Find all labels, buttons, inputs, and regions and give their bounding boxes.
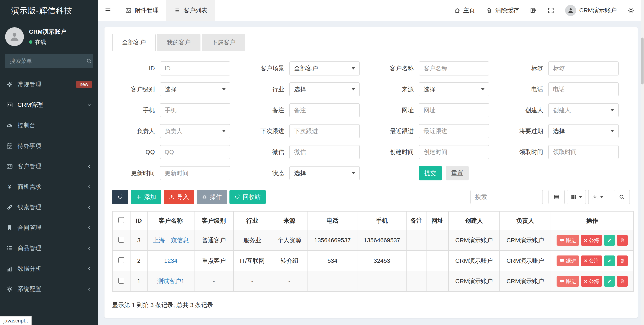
filter-select-status[interactable]: 选择 (289, 166, 360, 180)
filter-input-receive-time[interactable] (548, 145, 618, 159)
delete-button[interactable] (617, 276, 628, 286)
user-status: 在线 (29, 38, 66, 46)
filter-input-tag[interactable] (548, 62, 618, 76)
row-checkbox[interactable] (118, 237, 124, 243)
filter-label-level: 客户级别 (112, 85, 155, 94)
edit-button[interactable] (604, 276, 615, 286)
public-sea-button[interactable]: ×公海 (581, 276, 602, 286)
home-link[interactable]: 主页 (449, 0, 481, 21)
sidebar-item-todo[interactable]: 待办事项 (0, 136, 98, 156)
cell-remark (407, 230, 426, 250)
account-menu[interactable]: CRM演示账户 (560, 0, 622, 21)
filter-select-creator[interactable]: 创建人 (548, 103, 618, 117)
sidebar-search-button[interactable] (86, 54, 93, 68)
columns-button[interactable] (567, 190, 586, 204)
delete-button[interactable] (617, 235, 628, 246)
times-icon: × (584, 258, 587, 264)
filter-label-url: 网址 (371, 106, 414, 114)
sidebar-item-crm-manage[interactable]: CRM管理 (0, 95, 98, 115)
column-header: 客户名称 (147, 211, 194, 230)
sidebar-search-input[interactable] (5, 54, 86, 68)
filter-input-recent-follow[interactable] (419, 124, 489, 138)
customer-name-link[interactable]: 上海一窥信息 (153, 237, 189, 244)
filter-input-update-time[interactable] (160, 166, 230, 180)
filter-input-mobile[interactable] (160, 103, 230, 117)
filter-input-wechat[interactable] (289, 145, 360, 159)
tab-my-customers[interactable]: 我的客户 (157, 34, 200, 51)
main-area: 附件管理 客户列表 主页 清除缓存 (98, 0, 644, 325)
operate-button[interactable]: 操作 (196, 190, 227, 204)
reset-button[interactable]: 重置 (446, 166, 469, 180)
filter-input-qq[interactable] (160, 145, 230, 159)
submit-button[interactable]: 提交 (419, 166, 442, 180)
row-checkbox[interactable] (118, 257, 124, 263)
filter-select-industry[interactable]: 选择 (289, 82, 360, 96)
chevron-left-icon (86, 205, 92, 210)
page-scrollbar[interactable] (640, 0, 644, 325)
scrollbar-thumb[interactable] (641, 38, 644, 84)
settings-button[interactable] (622, 0, 640, 21)
import-button[interactable]: 导入 (164, 190, 194, 204)
chevron-left-icon (86, 246, 92, 251)
follow-button[interactable]: 跟进 (556, 276, 579, 286)
delete-button[interactable] (617, 256, 628, 266)
chevron-left-icon (86, 286, 92, 292)
filter-input-url[interactable] (419, 103, 489, 117)
comment-icon (560, 238, 564, 243)
sidebar-item-clue-manage[interactable]: 线索管理 (0, 197, 98, 218)
filter-select-owner[interactable]: 负责人 (160, 124, 230, 138)
public-sea-button[interactable]: ×公海 (581, 256, 602, 266)
table-search-input[interactable] (470, 190, 543, 204)
sidebar-item-label: 系统配置 (18, 285, 86, 293)
fullscreen-button[interactable] (542, 0, 560, 21)
sidebar-item-system-config[interactable]: 系统配置 (0, 279, 98, 300)
sidebar-item-customer-manage[interactable]: 客户管理 (0, 156, 98, 176)
select-all-checkbox[interactable] (118, 217, 124, 223)
search-toggle-button[interactable] (614, 190, 630, 204)
language-button[interactable] (524, 0, 542, 21)
sidebar-item-general-manage[interactable]: 常规管理 new (0, 74, 98, 95)
cell-source: - (271, 271, 308, 292)
customer-name-link[interactable]: 测试客户1 (157, 278, 184, 284)
filter-label-creator: 创建人 (500, 106, 543, 114)
recycle-bin-button[interactable]: 回收站 (230, 190, 266, 204)
topbar-tab-customer-list[interactable]: 客户列表 (166, 0, 215, 21)
filter-select-expire[interactable]: 选择 (548, 124, 618, 138)
filter-input-next-follow[interactable] (289, 124, 360, 138)
filter-input-create-time[interactable] (419, 145, 489, 159)
refresh-button[interactable] (112, 190, 128, 204)
filter-select-source[interactable]: 选择 (419, 82, 489, 96)
filter-select-level[interactable]: 选择 (160, 82, 230, 96)
clear-cache-link[interactable]: 清除缓存 (481, 0, 524, 21)
tab-subordinate-customers[interactable]: 下属客户 (202, 34, 245, 51)
follow-button[interactable]: 跟进 (556, 256, 579, 266)
sidebar-toggle-button[interactable] (98, 0, 118, 21)
filter-select-scene[interactable]: 全部客户 (289, 62, 360, 76)
list-icon (174, 8, 180, 14)
sidebar-item-contract-manage[interactable]: 合同管理 (0, 218, 98, 238)
edit-button[interactable] (604, 256, 615, 266)
filter-input-phone[interactable] (548, 82, 618, 96)
topbar-tab-attachments[interactable]: 附件管理 (118, 0, 166, 21)
public-sea-button[interactable]: ×公海 (581, 235, 602, 246)
tab-all-customers[interactable]: 全部客户 (112, 34, 156, 51)
sidebar-item-label: 线索管理 (18, 203, 86, 211)
filter-input-name[interactable] (419, 62, 489, 76)
sidebar-item-product-manage[interactable]: 商品管理 (0, 238, 98, 258)
online-dot-icon (29, 40, 32, 44)
toggle-view-button[interactable] (548, 190, 565, 204)
filter-input-remark[interactable] (289, 103, 360, 117)
filter-input-id[interactable] (160, 62, 230, 76)
add-button[interactable]: 添加 (131, 190, 161, 204)
customer-name-link[interactable]: 1234 (164, 258, 178, 264)
column-header: 备注 (407, 211, 426, 230)
edit-button[interactable] (604, 235, 615, 246)
export-button[interactable] (588, 190, 607, 204)
follow-button[interactable]: 跟进 (556, 235, 579, 246)
sidebar-item-data-analysis[interactable]: 数据分析 (0, 258, 98, 279)
sidebar-item-dashboard[interactable]: 控制台 (0, 115, 98, 136)
row-checkbox[interactable] (118, 278, 124, 284)
sidebar-item-label: 控制台 (18, 121, 92, 130)
sidebar-item-business-demand[interactable]: 商机需求 (0, 176, 98, 197)
browser-status-bar: javascript:; (0, 316, 32, 325)
